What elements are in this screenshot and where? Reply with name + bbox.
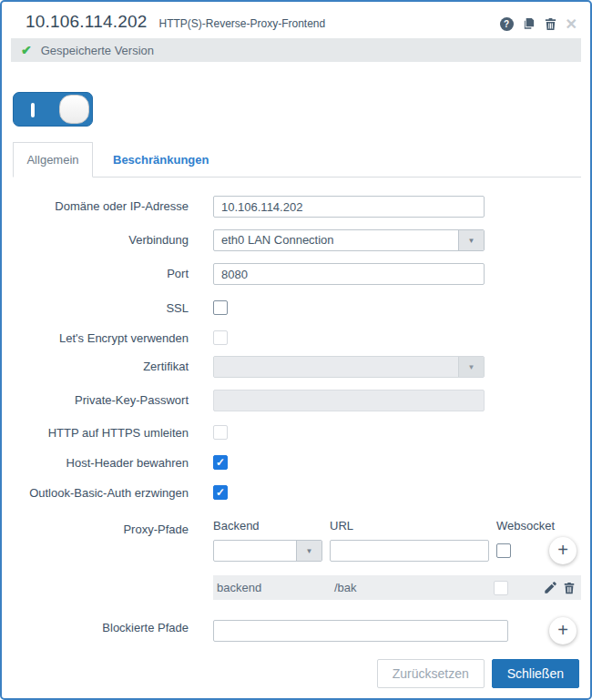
- enabled-toggle[interactable]: [13, 92, 93, 127]
- toggle-on-mark: [31, 103, 35, 117]
- saved-version-banner: ✔ Gespeicherte Version: [11, 38, 581, 62]
- host-header-checkbox[interactable]: [213, 455, 228, 470]
- certificate-select: ▼: [213, 356, 485, 378]
- header-icon-bar: ? ✕: [500, 17, 577, 32]
- form-row-lets-encrypt: Let's Encrypt verwenden: [2, 330, 590, 346]
- backend-select-value: [214, 541, 296, 561]
- tab-allgemein[interactable]: Allgemein: [13, 142, 93, 178]
- edit-icon[interactable]: [544, 582, 556, 594]
- help-icon[interactable]: ?: [500, 17, 514, 31]
- dialog-title: 10.106.114.202: [26, 12, 147, 32]
- outlook-basic-auth-label: Outlook-Basic-Auth erzwingen: [2, 485, 189, 501]
- proxy-path-new-row: ▼ +: [213, 537, 581, 564]
- blocked-paths-label: Blockierte Pfade: [2, 617, 189, 639]
- column-header-websocket: Websocket: [496, 519, 555, 533]
- chevron-down-icon[interactable]: ▼: [458, 230, 484, 250]
- chevron-down-icon[interactable]: ▼: [296, 541, 322, 561]
- tab-bar: Allgemein Beschränkungen: [13, 142, 581, 178]
- lets-encrypt-checkbox: [213, 330, 228, 345]
- domain-label: Domäne oder IP-Adresse: [2, 196, 189, 218]
- column-header-url: URL: [330, 519, 496, 533]
- ssl-checkbox[interactable]: [213, 300, 228, 315]
- domain-input[interactable]: [213, 196, 485, 218]
- dialog-footer: Zurücksetzen Schließen: [377, 659, 579, 688]
- websocket-checkbox[interactable]: [496, 543, 511, 558]
- port-input[interactable]: [213, 263, 485, 285]
- proxy-paths-table: Backend URL Websocket ▼ + backend /bak: [213, 519, 581, 600]
- form-row-proxy-paths: Proxy-Pfade Backend URL Websocket ▼ +: [2, 519, 590, 600]
- blocked-paths-area: +: [213, 617, 581, 644]
- proxy-paths-header: Backend URL Websocket: [213, 519, 581, 533]
- chevron-down-icon: ▼: [458, 357, 484, 377]
- host-header-label: Host-Header bewahren: [2, 455, 189, 471]
- private-key-password-label: Private-Key-Passwort: [2, 390, 189, 411]
- form-row-outlook-basic-auth: Outlook-Basic-Auth erzwingen: [2, 485, 590, 501]
- general-form: Domäne oder IP-Adresse Verbindung eth0 L…: [2, 178, 590, 644]
- dialog-header: 10.106.114.202 HTTP(S)-Reverse-Proxy-Fro…: [2, 2, 590, 38]
- proxy-path-row: backend /bak: [213, 575, 581, 600]
- green-check-icon: ✔: [21, 43, 32, 57]
- form-row-blocked-paths: Blockierte Pfade +: [2, 617, 590, 644]
- delete-icon[interactable]: [563, 582, 576, 594]
- form-row-private-key-password: Private-Key-Passwort: [2, 390, 590, 411]
- connection-select-value: eth0 LAN Connection: [214, 230, 458, 250]
- ssl-label: SSL: [2, 300, 189, 316]
- http-redirect-checkbox: [213, 425, 228, 440]
- reset-button[interactable]: Zurücksetzen: [377, 659, 485, 688]
- dialog-subtitle: HTTP(S)-Reverse-Proxy-Frontend: [158, 17, 325, 30]
- trash-icon[interactable]: [544, 17, 557, 31]
- form-row-port: Port: [2, 263, 590, 285]
- close-button[interactable]: Schließen: [492, 659, 579, 688]
- form-row-http-redirect: HTTP auf HTTPS umleiten: [2, 425, 590, 441]
- proxy-path-websocket-checkbox: [494, 581, 508, 595]
- backend-select[interactable]: ▼: [213, 540, 322, 562]
- certificate-label: Zertifikat: [2, 356, 189, 378]
- column-header-backend: Backend: [213, 519, 330, 533]
- copy-icon[interactable]: [522, 17, 536, 31]
- reverse-proxy-frontend-dialog: 10.106.114.202 HTTP(S)-Reverse-Proxy-Fro…: [0, 0, 592, 700]
- toggle-knob[interactable]: [59, 95, 89, 124]
- lets-encrypt-label: Let's Encrypt verwenden: [2, 330, 189, 346]
- proxy-path-url-value: /bak: [334, 581, 494, 594]
- close-icon[interactable]: ✕: [566, 17, 577, 32]
- port-label: Port: [2, 263, 189, 285]
- connection-select[interactable]: eth0 LAN Connection ▼: [213, 229, 485, 251]
- proxy-path-backend-value: backend: [217, 581, 334, 594]
- add-blocked-path-button[interactable]: +: [549, 617, 577, 644]
- tab-beschraenkungen[interactable]: Beschränkungen: [93, 142, 229, 177]
- http-redirect-label: HTTP auf HTTPS umleiten: [2, 425, 189, 441]
- saved-version-text: Gespeicherte Version: [41, 44, 154, 57]
- proxy-paths-label: Proxy-Pfade: [2, 519, 189, 541]
- form-row-connection: Verbindung eth0 LAN Connection ▼: [2, 229, 590, 251]
- proxy-path-row-actions: [544, 582, 581, 594]
- form-row-host-header: Host-Header bewahren: [2, 455, 590, 471]
- connection-label: Verbindung: [2, 229, 189, 251]
- form-row-domain: Domäne oder IP-Adresse: [2, 196, 590, 218]
- url-input[interactable]: [330, 540, 489, 562]
- form-row-ssl: SSL: [2, 300, 590, 316]
- certificate-select-value: [214, 357, 458, 377]
- outlook-basic-auth-checkbox[interactable]: [213, 485, 228, 500]
- private-key-password-input: [213, 390, 485, 411]
- blocked-path-input[interactable]: [213, 620, 508, 642]
- add-proxy-path-button[interactable]: +: [549, 537, 577, 564]
- form-row-certificate: Zertifikat ▼: [2, 356, 590, 378]
